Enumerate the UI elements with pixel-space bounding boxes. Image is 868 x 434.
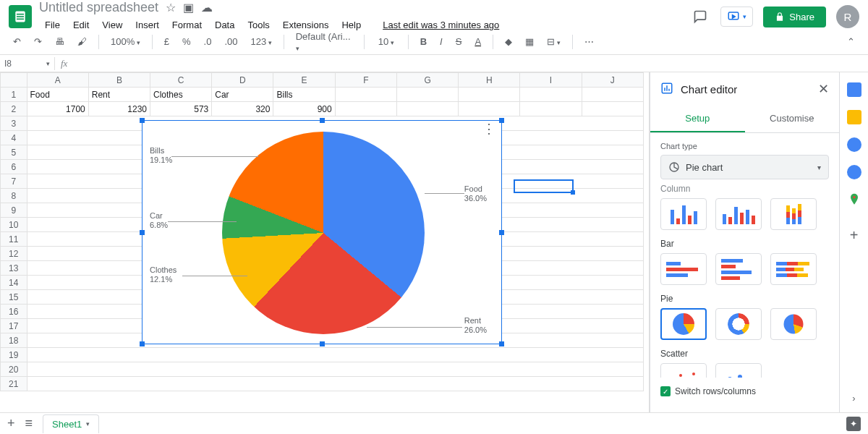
share-label: Share [789,12,814,22]
undo-icon[interactable]: ↶ [9,33,25,50]
star-icon[interactable]: ☆ [166,1,176,14]
doc-title[interactable]: Untitled spreadsheet [39,0,158,15]
menu-data[interactable]: Data [209,17,240,33]
col-header[interactable]: J [582,73,643,88]
keep-icon[interactable] [847,110,861,124]
cell[interactable]: Car [212,88,273,102]
explore-button[interactable]: ✦ [846,417,861,431]
redo-icon[interactable]: ↷ [30,33,46,50]
menu-view[interactable]: View [96,17,128,33]
chart-thumb-column-3[interactable] [770,198,817,230]
borders-button[interactable]: ▦ [521,33,538,50]
fill-color-button[interactable]: ◆ [501,33,516,50]
tab-customise[interactable]: Customise [745,106,840,132]
app-header: Untitled spreadsheet ☆ ▣ ☁ File Edit Vie… [0,0,868,29]
chart-label-rent: Rent26.0% [464,316,487,335]
cell[interactable]: 1700 [27,102,88,116]
col-header[interactable]: B [88,73,150,88]
group-column-label: Column [660,184,829,194]
chart-thumb-scatter-2[interactable] [715,363,762,378]
last-edit-link[interactable]: Last edit was 3 minutes ago [377,17,505,33]
calendar-icon[interactable] [847,82,861,97]
number-format-select[interactable]: 123 [246,33,276,50]
chart-thumb-pie-2[interactable] [715,308,762,340]
col-header[interactable]: E [273,73,335,88]
chevron-down-icon: ▾ [817,163,821,171]
maps-icon[interactable] [847,192,861,207]
menu-file[interactable]: File [39,17,66,33]
tab-setup[interactable]: Setup [650,106,745,132]
paint-format-icon[interactable]: 🖌 [73,33,91,50]
cell[interactable]: 573 [150,102,212,116]
cell[interactable]: Clothes [150,88,212,102]
italic-button[interactable]: I [435,33,447,50]
chart-thumb-scatter-1[interactable] [660,363,707,378]
collapse-rail-icon[interactable]: › [852,393,855,404]
spreadsheet-grid[interactable]: A B C D E F G H I J 1 Food Rent Clothes … [0,72,650,412]
col-header[interactable]: A [27,73,88,88]
name-box[interactable]: I8▾ [0,57,55,70]
print-icon[interactable]: 🖶 [51,33,69,50]
bold-button[interactable]: B [416,33,431,50]
collapse-toolbar-icon[interactable]: ⌃ [843,33,859,50]
embedded-chart[interactable]: ⋮ Food36.0% Rent26.0% Clothes12.1% Car6.… [142,120,502,344]
switch-rows-columns[interactable]: ✓ Switch rows/columns [660,386,829,396]
sheet-tab[interactable]: Sheet1▾ [43,414,99,433]
add-addon-icon[interactable]: + [850,227,859,244]
merge-button[interactable]: ⊟ [542,33,565,50]
menu-tools[interactable]: Tools [242,17,275,33]
pie-chart [222,132,425,334]
col-header[interactable]: I [520,73,582,88]
share-button[interactable]: Share [763,7,826,27]
menu-format[interactable]: Format [166,17,208,33]
col-header[interactable]: C [150,73,212,88]
chart-menu-icon[interactable]: ⋮ [482,127,495,131]
svg-rect-3 [17,19,24,20]
chart-type-select[interactable]: Pie chart ▾ [660,155,829,179]
currency-button[interactable]: £ [160,33,174,50]
col-header[interactable]: H [459,73,520,88]
chart-thumb-bar-1[interactable] [660,253,707,285]
contacts-icon[interactable] [847,165,861,179]
move-icon[interactable]: ▣ [183,1,194,14]
cloud-icon[interactable]: ☁ [201,1,213,14]
menu-edit[interactable]: Edit [67,17,95,33]
chart-thumb-column-1[interactable] [660,198,707,230]
col-header[interactable]: D [212,73,273,88]
cell[interactable]: Food [27,88,88,102]
cell[interactable]: Rent [88,88,150,102]
col-header[interactable]: G [396,73,458,88]
chart-thumb-bar-2[interactable] [715,253,762,285]
cell[interactable]: 320 [212,102,273,116]
chart-type-label: Chart type [660,142,829,150]
account-avatar[interactable]: R [836,5,859,28]
chart-type-value: Pie chart [686,162,723,173]
chart-thumb-pie-3[interactable] [770,308,817,340]
zoom-select[interactable]: 100% [106,33,145,50]
font-select[interactable]: Default (Ari... [292,28,357,56]
comments-icon[interactable] [690,7,710,27]
chart-thumb-column-2[interactable] [715,198,762,230]
cell[interactable]: 900 [273,102,335,116]
text-color-button[interactable]: A [470,33,485,50]
more-toolbar-button[interactable]: ⋯ [580,33,598,50]
sidebar-title: Chart editor [681,83,811,95]
chart-thumb-pie-1[interactable] [660,308,707,340]
svg-point-11 [728,377,732,378]
add-sheet-button[interactable]: + [7,416,15,431]
tasks-icon[interactable] [847,137,861,152]
font-size-select[interactable]: 10 [372,33,401,50]
cell[interactable]: Bills [273,88,335,102]
cell[interactable]: 1230 [88,102,150,116]
increase-decimal-button[interactable]: .00 [220,33,242,50]
decrease-decimal-button[interactable]: .0 [200,33,216,50]
svg-point-10 [692,373,695,375]
strike-button[interactable]: S [451,33,467,50]
close-icon[interactable]: ✕ [818,81,829,97]
menu-insert[interactable]: Insert [129,17,165,33]
all-sheets-button[interactable]: ≡ [25,416,33,431]
col-header[interactable]: F [335,73,396,88]
present-button[interactable]: ▾ [720,7,753,27]
percent-button[interactable]: % [178,33,195,50]
chart-thumb-bar-3[interactable] [770,253,817,285]
